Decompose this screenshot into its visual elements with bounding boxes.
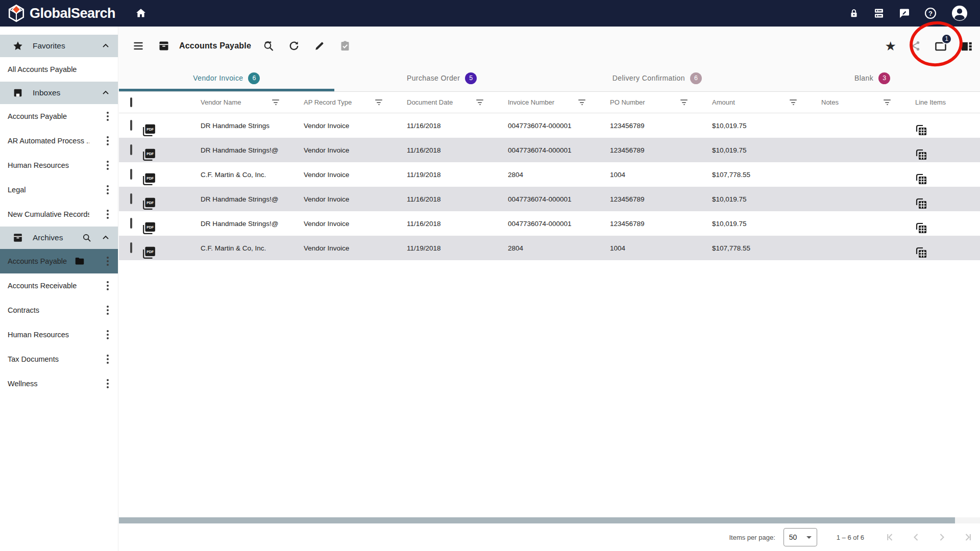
filter-icon[interactable]	[678, 97, 690, 107]
line-items-icon[interactable]	[915, 222, 980, 234]
row-checkbox[interactable]	[130, 242, 132, 253]
table-row[interactable]: PDF DR Handmade Strings Vendor Invoice 1…	[119, 113, 980, 138]
favorite-star-icon[interactable]: ★	[885, 40, 896, 52]
more-options-icon[interactable]	[103, 376, 113, 391]
tasks-icon	[339, 40, 351, 52]
sidebar-item-all-accounts-payable[interactable]: All Accounts Payable	[0, 57, 118, 82]
table-row[interactable]: PDF DR Handmade Strings!@ Vendor Invoice…	[119, 187, 980, 211]
sidebar-section-favorites[interactable]: Favorites	[0, 35, 118, 57]
archive-title: Accounts Payable	[179, 41, 251, 51]
sidebar-item-archive-accounts-receivable[interactable]: Accounts Receivable	[0, 273, 118, 298]
more-options-icon[interactable]	[103, 109, 113, 124]
cell-ap-record-type: Vendor Invoice	[304, 122, 407, 130]
first-page-icon[interactable]	[885, 531, 897, 543]
archive-toolbar: Accounts Payable	[119, 27, 980, 65]
more-options-icon[interactable]	[103, 303, 113, 318]
sidebar-item-archive-tax-documents[interactable]: Tax Documents	[0, 347, 118, 371]
menu-icon[interactable]	[132, 40, 144, 52]
pdf-icon[interactable]: PDF	[142, 197, 201, 210]
filter-icon[interactable]	[881, 97, 893, 107]
collapse-icon[interactable]	[101, 88, 111, 98]
line-items-icon[interactable]	[915, 197, 980, 210]
next-page-icon[interactable]	[936, 531, 948, 543]
table-row[interactable]: PDF DR Handmade Strings!@ Vendor Invoice…	[119, 138, 980, 162]
cell-ap-record-type: Vendor Invoice	[304, 195, 407, 203]
server-list-icon[interactable]	[873, 7, 885, 19]
cell-ap-record-type: Vendor Invoice	[304, 244, 407, 252]
sidebar-item-inbox-legal[interactable]: Legal	[0, 178, 118, 202]
lock-icon[interactable]	[848, 8, 860, 19]
page-size-select[interactable]: 50	[783, 528, 817, 546]
feedback-icon[interactable]	[898, 7, 911, 19]
tab-purchase-order[interactable]: Purchase Order 5	[334, 65, 550, 91]
tab-blank[interactable]: Blank 3	[765, 65, 980, 91]
filter-icon[interactable]	[373, 97, 384, 107]
pdf-icon[interactable]: PDF	[142, 221, 201, 235]
edit-icon[interactable]	[313, 40, 326, 52]
table-row[interactable]: PDF C.F. Martin & Co, Inc. Vendor Invoic…	[119, 236, 980, 260]
more-options-icon[interactable]	[103, 254, 113, 269]
cell-po-number: 123456789	[610, 195, 712, 203]
line-items-icon[interactable]	[915, 124, 980, 136]
row-checkbox[interactable]	[130, 218, 132, 229]
more-options-icon[interactable]	[103, 278, 113, 293]
tab-delivery-confirmation[interactable]: Delivery Confirmation 6	[550, 65, 765, 91]
line-items-icon[interactable]	[915, 148, 980, 161]
tab-vendor-invoice[interactable]: Vendor Invoice 6	[119, 65, 334, 91]
collapse-icon[interactable]	[101, 41, 111, 51]
sidebar-item-inbox-new-cumulative-records[interactable]: New Cumulative Records	[0, 202, 118, 227]
table-header: Vendor Name AP Record Type Document Date…	[119, 92, 980, 113]
collapse-icon[interactable]	[101, 233, 111, 243]
globalsearch-logo-icon	[7, 4, 26, 22]
horizontal-scrollbar-thumb[interactable]	[119, 517, 955, 523]
more-options-icon[interactable]	[103, 133, 113, 148]
sidebar-section-inboxes[interactable]: Inboxes	[0, 82, 118, 104]
row-checkbox[interactable]	[130, 144, 132, 155]
previous-page-icon[interactable]	[910, 531, 922, 543]
sidebar-item-inbox-accounts-payable[interactable]: Accounts Payable	[0, 104, 118, 129]
sidebar-item-archive-accounts-payable[interactable]: Accounts Payable	[0, 249, 118, 273]
line-items-icon[interactable]	[915, 173, 980, 185]
sidebar-item-inbox-human-resources[interactable]: Human Resources	[0, 153, 118, 178]
last-page-icon[interactable]	[961, 531, 973, 543]
table-row[interactable]: PDF DR Handmade Strings!@ Vendor Invoice…	[119, 211, 980, 236]
home-icon[interactable]	[135, 7, 147, 19]
horizontal-scrollbar-track	[119, 517, 980, 523]
filter-icon[interactable]	[576, 97, 587, 107]
row-checkbox[interactable]	[130, 193, 132, 204]
search-icon[interactable]	[82, 233, 92, 243]
view-switch-icon[interactable]	[960, 40, 972, 52]
table-row[interactable]: PDF C.F. Martin & Co, Inc. Vendor Invoic…	[119, 162, 980, 187]
sidebar-item-inbox-ar-automated-process[interactable]: AR Automated Process ...	[0, 129, 118, 153]
brand-title: GlobalSearch	[30, 6, 115, 21]
sidebar-item-archive-human-resources[interactable]: Human Resources	[0, 322, 118, 347]
more-options-icon[interactable]	[103, 207, 113, 222]
help-icon[interactable]: ?	[924, 7, 937, 20]
more-options-icon[interactable]	[103, 158, 113, 173]
pdf-icon[interactable]: PDF	[142, 148, 201, 161]
cell-document-date: 11/19/2018	[407, 171, 508, 179]
row-checkbox[interactable]	[130, 120, 132, 131]
refresh-icon[interactable]	[288, 40, 300, 52]
more-options-icon[interactable]	[103, 182, 113, 197]
column-label: PO Number	[610, 98, 645, 106]
filter-icon[interactable]	[270, 97, 281, 107]
pdf-icon[interactable]: PDF	[142, 123, 201, 137]
account-avatar-icon[interactable]	[950, 4, 969, 22]
row-checkbox[interactable]	[130, 169, 132, 180]
pdf-icon[interactable]: PDF	[142, 246, 201, 259]
sidebar-item-archive-contracts[interactable]: Contracts	[0, 298, 118, 322]
sidebar-section-archives[interactable]: Archives	[0, 227, 118, 249]
svg-text:?: ?	[928, 10, 933, 17]
share-icon[interactable]	[909, 40, 921, 52]
filter-icon[interactable]	[474, 97, 485, 107]
pdf-icon[interactable]: PDF	[142, 172, 201, 186]
filter-icon[interactable]	[788, 97, 799, 107]
more-options-icon[interactable]	[103, 327, 113, 342]
sidebar-item-archive-wellness[interactable]: Wellness	[0, 371, 118, 396]
more-options-icon[interactable]	[103, 352, 113, 367]
refine-search-icon[interactable]	[262, 40, 275, 52]
select-all-checkbox[interactable]	[130, 97, 132, 107]
checked-out-documents-icon[interactable]: 1	[934, 39, 947, 53]
line-items-icon[interactable]	[915, 246, 980, 259]
